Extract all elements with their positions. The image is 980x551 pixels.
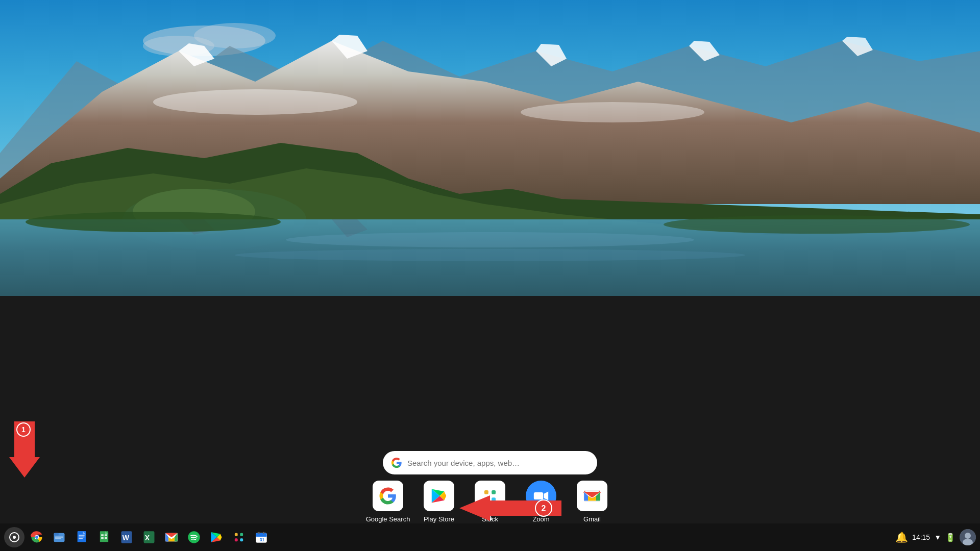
taskbar-system-tray: 🔔 14:15 ▼ 🔋 xyxy=(895,529,976,545)
notification-icon[interactable]: 🔔 xyxy=(895,531,908,543)
svg-rect-67 xyxy=(258,532,259,535)
svg-rect-60 xyxy=(240,533,243,536)
taskbar-excel[interactable]: X xyxy=(139,527,159,547)
taskbar-gmail[interactable] xyxy=(161,527,182,547)
svg-rect-43 xyxy=(79,535,85,535)
files-icon xyxy=(52,530,66,544)
svg-point-36 xyxy=(35,536,38,539)
user-avatar[interactable] xyxy=(960,529,976,545)
app-gmail[interactable]: Gmail xyxy=(572,481,612,523)
slack-taskbar-icon xyxy=(232,530,246,544)
word-icon: W xyxy=(119,530,134,544)
taskbar-play-store[interactable] xyxy=(206,527,227,547)
launcher-icon xyxy=(8,531,20,543)
launcher-button[interactable] xyxy=(4,527,24,547)
svg-rect-40 xyxy=(55,538,61,539)
svg-rect-38 xyxy=(54,533,59,536)
taskbar-slack[interactable] xyxy=(229,527,249,547)
clock[interactable]: 14:15 xyxy=(912,533,930,541)
gmail-taskbar-icon xyxy=(164,530,179,544)
app-google-search-label: Google Search xyxy=(366,515,410,523)
taskbar-word[interactable]: W xyxy=(116,527,137,547)
app-google-search[interactable]: Google Search xyxy=(368,481,408,523)
taskbar: W X xyxy=(0,523,980,551)
battery-icon[interactable]: 🔋 xyxy=(945,533,955,542)
svg-point-70 xyxy=(965,533,971,539)
svg-text:W: W xyxy=(122,534,130,542)
taskbar-apps: W X xyxy=(4,527,895,547)
svg-point-12 xyxy=(521,102,704,122)
search-input[interactable] xyxy=(407,459,589,467)
svg-text:1: 1 xyxy=(21,425,26,434)
taskbar-docs[interactable] xyxy=(71,527,92,547)
svg-point-22 xyxy=(26,212,281,232)
svg-rect-47 xyxy=(100,531,108,542)
svg-rect-61 xyxy=(235,538,238,541)
excel-icon: X xyxy=(142,530,156,544)
svg-rect-48 xyxy=(101,534,104,536)
taskbar-sheets[interactable] xyxy=(94,527,114,547)
svg-rect-49 xyxy=(105,534,107,536)
taskbar-files[interactable] xyxy=(49,527,69,547)
taskbar-calendar[interactable]: 31 xyxy=(251,527,272,547)
svg-point-33 xyxy=(13,536,16,539)
annotation-arrow-1: 1 xyxy=(9,421,40,485)
app-gmail-label: Gmail xyxy=(583,515,601,523)
svg-rect-51 xyxy=(105,537,107,539)
svg-rect-44 xyxy=(79,537,85,537)
google-search-app-icon xyxy=(379,487,397,505)
sheets-icon xyxy=(97,530,111,544)
svg-text:31: 31 xyxy=(260,538,265,542)
network-icon[interactable]: ▼ xyxy=(934,533,941,541)
google-logo-icon xyxy=(391,457,402,468)
svg-rect-45 xyxy=(79,538,83,539)
svg-point-11 xyxy=(153,89,357,115)
avatar-image xyxy=(960,529,976,545)
svg-text:X: X xyxy=(145,534,150,542)
svg-rect-62 xyxy=(240,538,243,541)
app-play-store[interactable]: Play Store xyxy=(419,481,459,523)
svg-text:2: 2 xyxy=(542,504,546,513)
annotation-arrow-2: 2 xyxy=(459,493,561,525)
svg-rect-68 xyxy=(263,532,264,535)
svg-point-23 xyxy=(664,215,970,234)
taskbar-chrome[interactable] xyxy=(27,527,47,547)
svg-point-19 xyxy=(235,249,745,261)
search-bar[interactable] xyxy=(383,451,597,474)
spotify-icon xyxy=(187,530,201,544)
gmail-app-icon xyxy=(582,486,602,506)
play-store-taskbar-icon xyxy=(209,530,224,544)
wallpaper xyxy=(0,0,980,296)
docs-icon xyxy=(75,530,89,544)
taskbar-spotify[interactable] xyxy=(184,527,204,547)
svg-rect-65 xyxy=(256,536,267,537)
app-play-store-label: Play Store xyxy=(424,515,454,523)
svg-rect-59 xyxy=(235,533,238,536)
svg-rect-50 xyxy=(101,537,104,539)
calendar-icon: 31 xyxy=(254,530,268,544)
play-store-app-icon xyxy=(429,486,449,506)
chrome-icon xyxy=(30,530,44,544)
svg-rect-39 xyxy=(55,537,63,538)
